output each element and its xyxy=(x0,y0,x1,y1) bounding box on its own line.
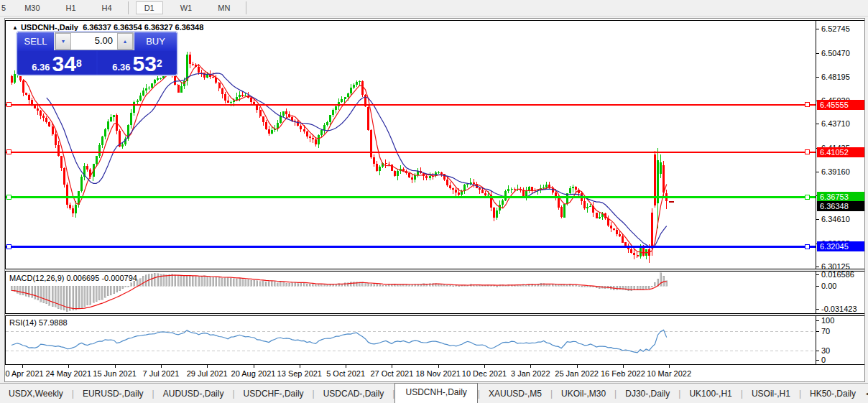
arrow-up-icon: ▲ xyxy=(123,39,128,44)
price-axis-tick xyxy=(816,29,819,29)
buy-button[interactable]: BUY xyxy=(134,32,177,50)
macd-axis-tick-label: -0.031423 xyxy=(821,305,857,313)
chart-tab-usdchf-daily[interactable]: USDCHF-,Daily xyxy=(235,385,313,402)
toolbar-separator xyxy=(246,1,246,14)
price-axis-tick-label: 6.50470 xyxy=(821,49,850,57)
rsi-axis-tick xyxy=(816,320,819,321)
price-axis-tick-label: 6.43710 xyxy=(821,119,850,128)
one-click-trading-panel: SELL ▼ 5.00 ▲ BUY 6.36348 6.36532 xyxy=(17,32,177,75)
macd-axis-tick-label: 0.00 xyxy=(821,282,836,290)
date-axis-label: 24 May 2021 xyxy=(45,369,91,378)
price-axis-tick xyxy=(816,267,819,267)
rsi-pane[interactable] xyxy=(6,316,816,364)
price-axis-tick xyxy=(816,53,819,54)
ask-price-button[interactable]: 6.36532 xyxy=(98,51,177,75)
price-axis-tick xyxy=(816,77,819,78)
tab-scroll-arrows[interactable]: ◄► xyxy=(864,390,868,397)
date-axis-tick xyxy=(115,365,116,368)
date-axis-label: 13 Sep 2021 xyxy=(277,369,322,378)
timeframe-button-d1[interactable]: D1 xyxy=(136,1,163,14)
bid-price-big: 34 xyxy=(52,55,76,73)
chart-tab-usdcad-daily[interactable]: USDCAD-,Daily xyxy=(315,385,393,402)
rsi-axis-tick xyxy=(816,331,819,332)
rsi-axis-tick-label: 70 xyxy=(821,327,830,335)
date-axis-tick xyxy=(68,365,69,368)
date-axis-label: 5 Oct 2021 xyxy=(326,369,365,378)
price-axis-tick xyxy=(816,172,819,172)
bid-price-button[interactable]: 6.36348 xyxy=(17,51,96,75)
price-axis-tick xyxy=(816,124,819,124)
price-axis-tick-label: 6.34610 xyxy=(821,215,850,223)
date-axis-label: 27 Oct 2021 xyxy=(370,369,413,378)
price-tag[interactable]: 6.36753 xyxy=(817,192,864,202)
date-axis-label: 15 Jun 2021 xyxy=(93,369,137,378)
timeframe-button-5[interactable]: 5 xyxy=(0,1,9,14)
date-axis-tick xyxy=(577,365,578,368)
arrow-down-icon: ▼ xyxy=(61,39,66,44)
date-axis-label: 25 Jan 2022 xyxy=(555,369,599,378)
chart-tab-audusd-daily[interactable]: AUDUSD-,Daily xyxy=(154,385,233,402)
price-tag[interactable]: 6.36348 xyxy=(817,201,864,211)
sell-button[interactable]: SELL xyxy=(17,32,55,50)
chart-window: ▲USDCNH-,Daily 6.36337 6.36354 6.36327 6… xyxy=(4,18,865,382)
timeframe-button-h1[interactable]: H1 xyxy=(57,1,85,14)
date-axis-tick xyxy=(22,365,23,368)
rsi-axis-tick-label: 0 xyxy=(821,356,826,364)
chart-tab-dj30-daily[interactable]: DJ30-,Daily xyxy=(617,385,678,402)
volume-decrease-button[interactable]: ▼ xyxy=(55,33,71,50)
symbol-marker-icon: ▲ xyxy=(12,24,18,31)
volume-increase-button[interactable]: ▲ xyxy=(117,33,133,50)
timeframe-button-m30[interactable]: M30 xyxy=(16,1,48,14)
date-axis-tick xyxy=(438,365,439,368)
ask-price-prefix: 6.36 xyxy=(112,62,130,73)
date-axis: 30 Apr 202124 May 202115 Jun 20217 Jul 2… xyxy=(5,364,864,382)
rsi-axis-tick xyxy=(816,360,819,361)
date-axis-tick xyxy=(346,365,346,368)
price-axis-tick-label: 6.39160 xyxy=(821,167,850,176)
timeframe-button-mn[interactable]: MN xyxy=(209,1,239,14)
date-axis-tick xyxy=(161,365,162,368)
rsi-indicator-label: RSI(14) 57.9888 xyxy=(9,318,68,327)
price-axis-tick-label: 6.48195 xyxy=(821,73,850,81)
price-tag[interactable]: 6.41052 xyxy=(817,147,864,157)
chart-tab-usoil-h1[interactable]: USOil-,H1 xyxy=(743,385,799,402)
date-axis-label: 30 Apr 2021 xyxy=(4,369,44,378)
date-axis-label: 16 Feb 2022 xyxy=(601,369,645,378)
timeframe-button-h4[interactable]: H4 xyxy=(93,1,121,14)
rsi-axis-tick-label: 100 xyxy=(821,316,834,325)
chart-tab-xauusd-m5[interactable]: XAUUSD-,M5 xyxy=(480,385,550,402)
timeframe-toolbar: 5M30H1H4D1W1MN xyxy=(0,0,868,17)
macd-axis-tick xyxy=(816,309,819,310)
date-axis-tick xyxy=(254,365,254,368)
chart-tab-uk100-h1[interactable]: UK100-,H1 xyxy=(680,385,740,402)
date-axis-tick xyxy=(300,365,300,368)
chart-title: ▲USDCNH-,Daily 6.36337 6.36354 6.36327 6… xyxy=(12,23,203,32)
price-tag[interactable]: 6.45555 xyxy=(817,100,864,110)
chart-tab-eurusd-daily[interactable]: EURUSD-,Daily xyxy=(74,385,152,402)
macd-axis-tick xyxy=(816,274,819,275)
date-axis-label: 10 Dec 2021 xyxy=(462,369,507,378)
price-axis-tick-label: 6.52745 xyxy=(821,24,850,33)
date-axis-label: 18 Nov 2021 xyxy=(415,369,460,378)
ask-price-big: 53 xyxy=(133,55,157,73)
tab-scroll-left-icon[interactable]: ◄ xyxy=(864,390,868,397)
volume-input[interactable]: 5.00 xyxy=(71,33,117,50)
date-axis-tick xyxy=(207,365,208,368)
date-axis-label: 3 Jan 2022 xyxy=(511,369,550,378)
date-axis-label: 7 Jul 2021 xyxy=(143,369,180,378)
chart-tab-hk50-daily[interactable]: HK50-,Daily xyxy=(801,385,864,402)
rsi-axis-tick-label: 30 xyxy=(821,346,830,355)
ask-price-sup: 2 xyxy=(157,51,162,75)
bid-price-prefix: 6.36 xyxy=(32,62,50,73)
timeframe-button-w1[interactable]: W1 xyxy=(172,1,201,14)
price-axis-tick xyxy=(816,219,819,220)
price-tag[interactable]: 6.32045 xyxy=(817,241,864,251)
chart-tab-usdcnh-daily[interactable]: USDCNH-,Daily xyxy=(394,383,477,403)
rsi-axis-tick xyxy=(816,351,819,351)
macd-axis-tick xyxy=(816,286,819,287)
chart-tab-usdx-weekly[interactable]: USDX,Weekly xyxy=(0,385,72,402)
chart-tab-bar: USDX,Weekly|EURUSD-,Daily|AUDUSD-,Daily|… xyxy=(0,383,868,403)
macd-axis-tick-label: 0.016586 xyxy=(821,270,854,279)
date-axis-tick xyxy=(530,365,531,368)
chart-tab-ukoil-m30[interactable]: UKOil-,M30 xyxy=(553,385,614,402)
